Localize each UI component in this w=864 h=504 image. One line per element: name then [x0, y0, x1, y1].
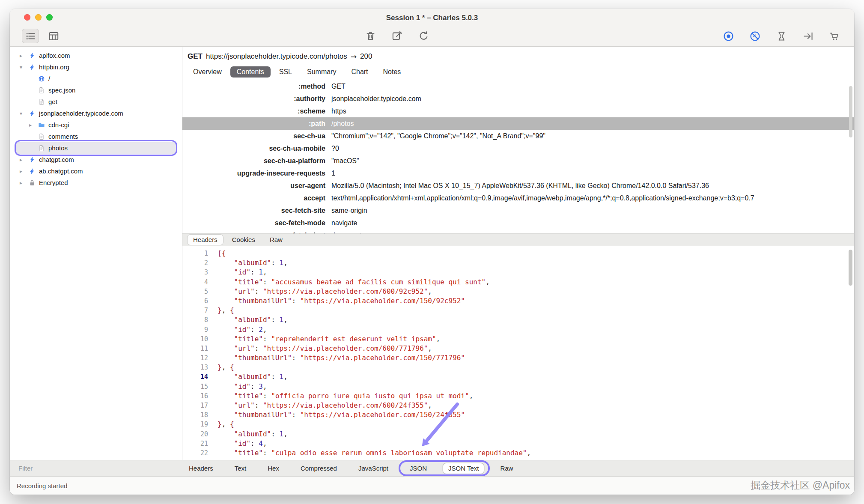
bolt-icon: [29, 110, 36, 117]
sequence-table-icon: [48, 30, 60, 42]
viewer-tab[interactable]: JSON: [405, 463, 432, 474]
line-content: "albumId": 1,: [208, 372, 288, 382]
throttle-button[interactable]: [773, 29, 790, 43]
tree-item[interactable]: spec.json: [15, 84, 176, 96]
step-forward-icon: [802, 30, 814, 42]
header-name: sec-fetch-mode: [182, 217, 325, 229]
line-number: 11: [182, 344, 208, 353]
header-row[interactable]: sec-ch-ua-platform "macOS": [182, 155, 854, 167]
viewer-tab[interactable]: Compressed: [295, 463, 342, 474]
header-row[interactable]: accept text/html,application/xhtml+xml,a…: [182, 192, 854, 204]
tree-item[interactable]: apifox.com: [15, 50, 176, 61]
code-line: 20 "albumId": 1,: [182, 429, 854, 439]
clear-session-trash-button[interactable]: [362, 29, 379, 43]
chevron-icon[interactable]: [20, 53, 29, 59]
line-content: "albumId": 1,: [208, 315, 288, 325]
header-row[interactable]: :method GET: [182, 80, 854, 92]
code-line: 12 "thumbnailUrl": "https://via.placehol…: [182, 353, 854, 363]
bolt-icon: [29, 168, 36, 175]
main-tab[interactable]: Summary: [301, 66, 343, 78]
header-row[interactable]: sec-fetch-dest document: [182, 229, 854, 233]
code-line: 13 }, {: [182, 363, 854, 372]
sequence-view-button[interactable]: [45, 29, 62, 43]
structure-view-button[interactable]: [22, 29, 39, 43]
compose-button[interactable]: [388, 29, 405, 43]
header-value: https: [325, 105, 346, 117]
header-row[interactable]: :scheme https: [182, 105, 854, 117]
viewer-tab[interactable]: JSON Text: [443, 463, 484, 474]
tree-item[interactable]: httpbin.org: [15, 61, 176, 73]
viewer-tab[interactable]: Headers: [184, 463, 218, 474]
tools-button[interactable]: [826, 29, 843, 43]
tree-item[interactable]: jsonplaceholder.typicode.com: [15, 107, 176, 119]
header-row[interactable]: :path /photos: [182, 117, 854, 130]
header-row[interactable]: sec-fetch-site same-origin: [182, 204, 854, 217]
request-url: https://jsonplaceholder.typicode.com/pho…: [206, 52, 347, 61]
code-line: 7 }, {: [182, 306, 854, 315]
compose-pencil-icon: [391, 30, 403, 42]
filter-input[interactable]: [18, 464, 177, 472]
body-scrollbar-thumb[interactable]: [849, 250, 852, 286]
viewer-tab[interactable]: JavaScript: [353, 463, 393, 474]
repeat-button[interactable]: [415, 29, 432, 43]
chevron-icon[interactable]: [29, 122, 38, 128]
line-number: 17: [182, 401, 208, 410]
chevron-icon[interactable]: [20, 157, 29, 163]
request-headers-panel: :method GET :authority jsonplaceholder.t…: [182, 78, 854, 233]
line-number: 21: [182, 439, 208, 448]
line-content: "title": "reprehenderit est deserunt vel…: [208, 334, 440, 344]
line-content: [{: [208, 249, 226, 258]
header-row[interactable]: upgrade-insecure-requests 1: [182, 167, 854, 179]
tree-item[interactable]: ab.chatgpt.com: [15, 165, 176, 177]
arrow-icon: →: [351, 52, 357, 61]
line-number: 1: [182, 249, 208, 258]
code-line: 10 "title": "reprehenderit est deserunt …: [182, 334, 854, 344]
main-tab[interactable]: Overview: [187, 66, 228, 78]
request-subtab[interactable]: Cookies: [226, 235, 261, 245]
main-tab[interactable]: Contents: [230, 66, 271, 78]
viewer-tab[interactable]: Raw: [495, 463, 518, 474]
tree-item[interactable]: photos: [15, 142, 176, 154]
tree-item[interactable]: Encrypted: [15, 177, 176, 188]
bolt-icon: [29, 64, 36, 71]
main-tab[interactable]: SSL: [273, 66, 298, 78]
main-tab[interactable]: Notes: [377, 66, 408, 78]
code-line: 11 "url": "https://via.placeholder.com/6…: [182, 344, 854, 353]
tree-item[interactable]: chatgpt.com: [15, 154, 176, 165]
tree-item-icon: [38, 87, 48, 94]
code-line: 22 "title": "culpa odio esse rerum omnis…: [182, 448, 854, 458]
breakpoints-button[interactable]: [799, 29, 816, 43]
code-line: 8 "albumId": 1,: [182, 315, 854, 325]
request-subtab[interactable]: Raw: [264, 235, 288, 245]
header-row[interactable]: sec-fetch-mode navigate: [182, 217, 854, 229]
tree-item-label: get: [48, 98, 57, 105]
main-tab[interactable]: Chart: [345, 66, 374, 78]
tree-item-label: spec.json: [48, 86, 75, 94]
record-button[interactable]: [720, 29, 737, 43]
chevron-icon[interactable]: [20, 110, 29, 116]
status-bar: Recording started 掘金技术社区 @Apifox: [10, 476, 854, 495]
viewer-tab[interactable]: Text: [229, 463, 252, 474]
auto-clear-button[interactable]: [746, 29, 763, 43]
chevron-icon[interactable]: [20, 168, 29, 174]
request-subtab[interactable]: Headers: [188, 235, 223, 245]
request-summary: GET https://jsonplaceholder.typicode.com…: [182, 47, 854, 66]
tree-item[interactable]: cdn-cgi: [15, 119, 176, 131]
header-row[interactable]: user-agent Mozilla/5.0 (Macintosh; Intel…: [182, 179, 854, 192]
tree-item[interactable]: get: [15, 96, 176, 107]
chevron-icon[interactable]: [20, 180, 29, 186]
tree-item-icon: [38, 98, 48, 105]
headers-scrollbar-thumb[interactable]: [849, 86, 852, 137]
viewer-tab-bar: Headers Text Hex Compressed JavaScript J…: [184, 463, 518, 474]
viewer-tab[interactable]: Hex: [262, 463, 284, 474]
tree-item[interactable]: /: [15, 73, 176, 84]
header-name: accept: [182, 192, 325, 204]
code-line: 4 "title": "accusamus beatae ad facilis …: [182, 277, 854, 287]
tree-item[interactable]: comments: [15, 131, 176, 142]
header-row[interactable]: sec-ch-ua "Chromium";v="142", "Google Ch…: [182, 130, 854, 142]
chevron-icon[interactable]: [20, 64, 29, 70]
header-row[interactable]: sec-ch-ua-mobile ?0: [182, 142, 854, 155]
header-row[interactable]: :authority jsonplaceholder.typicode.com: [182, 92, 854, 105]
recording-controls: [720, 29, 843, 43]
tree-item-label: Encrypted: [38, 179, 68, 186]
